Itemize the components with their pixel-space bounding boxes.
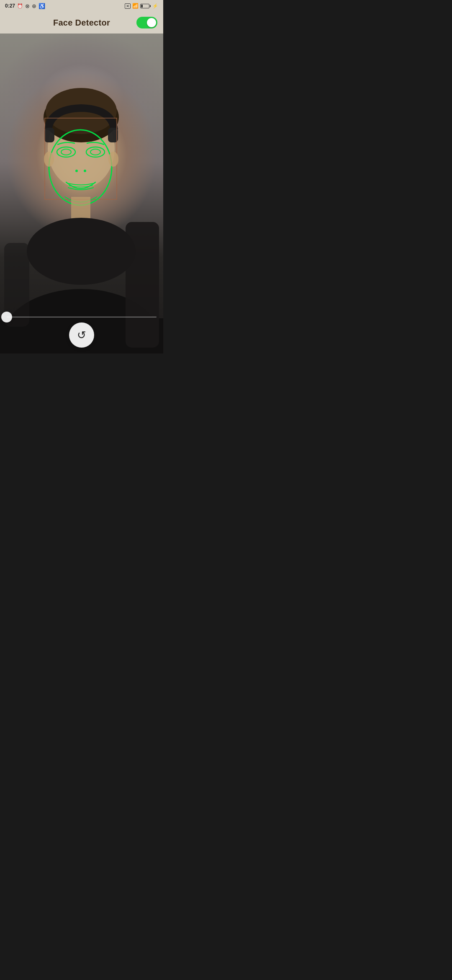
detection-toggle[interactable] xyxy=(136,17,157,28)
alarm-icon: ⏰ xyxy=(17,3,23,9)
status-bar-right: ✕ 📶 ⚡ xyxy=(125,3,158,9)
app-header: Face Detector xyxy=(0,12,163,34)
camera-flip-button[interactable]: ↺ xyxy=(69,322,94,348)
battery-indicator xyxy=(140,4,151,8)
status-bar: 0:27 ⏰ ⊗ ⊕ ♿ ✕ 📶 ⚡ xyxy=(0,0,163,12)
no-sim-icon: ✕ xyxy=(125,3,131,9)
svg-point-18 xyxy=(27,218,136,285)
svg-point-19 xyxy=(44,152,54,167)
app-title: Face Detector xyxy=(53,18,110,28)
toggle-knob xyxy=(147,18,156,27)
accessibility-icon: ♿ xyxy=(39,3,45,9)
svg-point-20 xyxy=(108,152,118,167)
do-not-disturb-icon: ⊗ xyxy=(25,3,30,9)
wifi-icon: 📶 xyxy=(132,3,139,9)
slider-track[interactable] xyxy=(7,317,157,317)
face-overlay-svg xyxy=(0,34,163,353)
vpn-icon: ⊕ xyxy=(32,3,36,9)
charging-icon: ⚡ xyxy=(152,3,158,9)
zoom-slider-container xyxy=(0,311,163,323)
svg-point-11 xyxy=(75,170,78,172)
svg-rect-3 xyxy=(44,128,54,142)
camera-view: ↺ xyxy=(0,34,163,353)
slider-thumb[interactable] xyxy=(1,312,12,322)
svg-point-12 xyxy=(84,170,86,172)
flip-camera-icon: ↺ xyxy=(77,329,86,342)
status-time: 0:27 xyxy=(5,3,15,9)
status-bar-left: 0:27 ⏰ ⊗ ⊕ ♿ xyxy=(5,3,45,9)
